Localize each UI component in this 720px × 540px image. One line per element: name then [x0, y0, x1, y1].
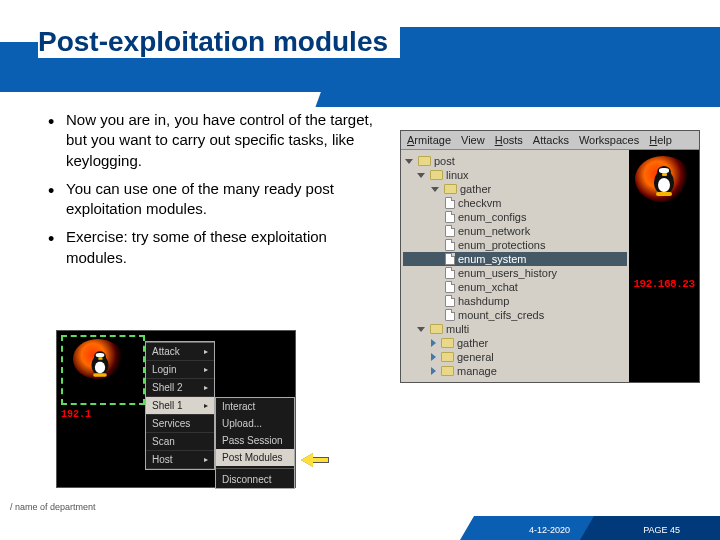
hosts-panel: 192.168.23 — [629, 150, 699, 382]
host-ip-label: 192.168.23 — [633, 278, 694, 290]
file-icon — [445, 281, 455, 293]
folder-icon — [441, 338, 454, 348]
tree-folder-multi[interactable]: multi — [403, 322, 627, 336]
file-icon — [445, 211, 455, 223]
tree-folder-gather[interactable]: gather — [403, 182, 627, 196]
menu-item[interactable]: Scan — [146, 433, 214, 451]
menu-item[interactable]: Upload... — [216, 415, 294, 432]
tree-item[interactable]: mount_cifs_creds — [403, 308, 627, 322]
folder-icon — [430, 170, 443, 180]
menu-item[interactable]: Hosts — [495, 134, 523, 146]
menu-item[interactable]: View — [461, 134, 485, 146]
file-icon — [445, 239, 455, 251]
chevron-down-icon — [417, 327, 425, 332]
footer-date: 4-12-2020 — [529, 525, 570, 535]
chevron-right-icon — [431, 339, 436, 347]
tree-item[interactable]: checkvm — [403, 196, 627, 210]
menu-item-highlighted[interactable]: Post Modules — [216, 449, 294, 466]
context-submenu: Interact Upload... Pass Session Post Mod… — [215, 397, 295, 489]
tree-folder-post[interactable]: post — [403, 154, 627, 168]
chevron-down-icon — [405, 159, 413, 164]
tree-folder-linux[interactable]: linux — [403, 168, 627, 182]
tree-folder[interactable]: general — [403, 350, 627, 364]
tree-item[interactable]: enum_configs — [403, 210, 627, 224]
callout-arrow-icon — [301, 453, 329, 467]
folder-icon — [430, 324, 443, 334]
menu-item[interactable]: Attack▸ — [146, 342, 214, 361]
file-icon — [445, 267, 455, 279]
menu-item[interactable]: Pass Session — [216, 432, 294, 449]
tree-item[interactable]: enum_xchat — [403, 280, 627, 294]
chevron-right-icon: ▸ — [204, 455, 208, 464]
linux-host-icon[interactable] — [651, 166, 677, 196]
bullet: Now you are in, you have control of the … — [48, 110, 388, 171]
chevron-right-icon: ▸ — [204, 401, 208, 410]
context-screenshot: 192.1 Attack▸ Login▸ Shell 2▸ Shell 1▸ S… — [56, 330, 296, 488]
slide-body: Now you are in, you have control of the … — [48, 110, 388, 276]
menu-separator — [216, 468, 294, 469]
file-icon — [445, 295, 455, 307]
folder-icon — [444, 184, 457, 194]
armitage-menubar: Armitage View Hosts Attacks Workspaces H… — [401, 131, 699, 150]
chevron-right-icon — [431, 353, 436, 361]
footer-department: / name of department — [10, 502, 96, 512]
file-icon — [445, 225, 455, 237]
chevron-down-icon — [431, 187, 439, 192]
menu-item-highlighted[interactable]: Shell 1▸ — [146, 397, 214, 415]
chevron-right-icon: ▸ — [204, 365, 208, 374]
chevron-right-icon — [431, 367, 436, 375]
armitage-window: Armitage View Hosts Attacks Workspaces H… — [400, 130, 700, 383]
menu-item[interactable]: Interact — [216, 398, 294, 415]
tree-item[interactable]: enum_protections — [403, 238, 627, 252]
folder-icon — [418, 156, 431, 166]
folder-icon — [441, 366, 454, 376]
footer-page: PAGE 45 — [643, 525, 680, 535]
file-icon — [445, 253, 455, 265]
tree-item[interactable]: enum_users_history — [403, 266, 627, 280]
menu-item[interactable]: Services — [146, 415, 214, 433]
slide-title: Post-exploitation modules — [38, 26, 400, 58]
folder-icon — [441, 352, 454, 362]
menu-item[interactable]: Workspaces — [579, 134, 639, 146]
menu-item[interactable]: Shell 2▸ — [146, 379, 214, 397]
menu-item[interactable]: Armitage — [407, 134, 451, 146]
bullet: Exercise: try some of these exploitation… — [48, 227, 388, 268]
menu-item[interactable]: Host▸ — [146, 451, 214, 469]
menu-item[interactable]: Attacks — [533, 134, 569, 146]
tree-folder[interactable]: manage — [403, 364, 627, 378]
file-icon — [445, 309, 455, 321]
menu-item[interactable]: Login▸ — [146, 361, 214, 379]
tree-item[interactable]: hashdump — [403, 294, 627, 308]
menu-item[interactable]: Help — [649, 134, 672, 146]
host-ip-label: 192.1 — [61, 409, 91, 420]
file-icon — [445, 197, 455, 209]
bullet: You can use one of the many ready post e… — [48, 179, 388, 220]
context-menu: Attack▸ Login▸ Shell 2▸ Shell 1▸ Service… — [145, 341, 215, 470]
linux-host-icon[interactable] — [89, 351, 111, 377]
menu-item[interactable]: Disconnect — [216, 471, 294, 488]
tree-item[interactable]: enum_network — [403, 224, 627, 238]
chevron-right-icon: ▸ — [204, 347, 208, 356]
tree-item-selected[interactable]: enum_system — [403, 252, 627, 266]
module-tree[interactable]: post linux gather checkvm enum_configs e… — [401, 150, 629, 382]
tree-folder[interactable]: gather — [403, 336, 627, 350]
chevron-right-icon: ▸ — [204, 383, 208, 392]
chevron-down-icon — [417, 173, 425, 178]
